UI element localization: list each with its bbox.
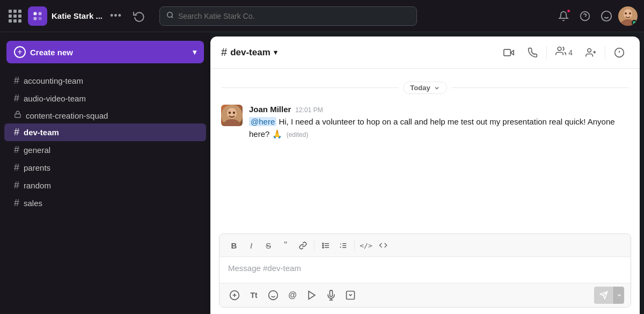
- blockquote-button[interactable]: ": [277, 237, 294, 253]
- send-dropdown-button[interactable]: [613, 287, 624, 304]
- bold-button[interactable]: B: [226, 237, 242, 253]
- channel-name: dev-team: [24, 128, 59, 137]
- emoji-button[interactable]: [265, 287, 282, 304]
- link-button[interactable]: [295, 237, 311, 253]
- sidebar-item-sales[interactable]: #sales: [4, 194, 206, 212]
- svg-point-36: [322, 247, 323, 248]
- svg-point-35: [322, 245, 323, 246]
- message-text: @here Hi, I need a volunteer to hop on a…: [249, 116, 629, 140]
- channel-title: dev-team: [230, 47, 270, 58]
- svg-point-15: [629, 12, 631, 14]
- svg-point-14: [625, 12, 627, 14]
- date-divider: Today: [221, 82, 629, 94]
- sidebar-item-parents[interactable]: #parents: [4, 159, 206, 177]
- channel-name: content-creation-squad: [26, 111, 108, 120]
- channel-dropdown-icon[interactable]: ▾: [274, 48, 277, 56]
- svg-rect-16: [15, 114, 21, 117]
- channel-header-name[interactable]: # dev-team ▾: [221, 46, 277, 59]
- channel-name: sales: [24, 199, 42, 208]
- svg-point-29: [229, 112, 231, 114]
- hash-icon: #: [14, 162, 19, 173]
- svg-rect-3: [39, 17, 42, 20]
- svg-rect-18: [504, 49, 511, 56]
- svg-point-34: [322, 243, 323, 244]
- mention-button[interactable]: @: [284, 287, 301, 304]
- sidebar-item-content-creation-squad[interactable]: content-creation-squad: [4, 107, 206, 123]
- add-member-button[interactable]: [581, 43, 601, 62]
- svg-rect-0: [34, 12, 37, 15]
- chat-panel: # dev-team ▾: [210, 36, 640, 314]
- create-new-button[interactable]: + Create new ▾: [6, 41, 204, 63]
- text-format-button[interactable]: Tt: [245, 287, 262, 304]
- send-button-wrap: [594, 287, 624, 304]
- svg-marker-46: [309, 291, 315, 300]
- hash-icon: #: [14, 127, 19, 138]
- search-bar[interactable]: [159, 6, 417, 26]
- header-divider-2: [605, 46, 605, 59]
- date-label: Today: [410, 84, 430, 92]
- sidebar-item-audio-video-team[interactable]: #audio-video-team: [4, 90, 206, 107]
- channel-list: #accounting-team#audio-video-teamcontent…: [0, 70, 210, 314]
- sidebar-item-accounting-team[interactable]: #accounting-team: [4, 72, 206, 90]
- svg-rect-2: [34, 17, 37, 20]
- hash-icon: #: [14, 198, 19, 209]
- unordered-list-button[interactable]: [318, 237, 334, 253]
- sidebar-item-general[interactable]: #general: [4, 141, 206, 159]
- video-call-button[interactable]: [499, 43, 518, 62]
- svg-point-4: [167, 12, 172, 17]
- sidebar-item-dev-team[interactable]: #dev-team: [4, 123, 206, 141]
- italic-button[interactable]: I: [243, 237, 259, 253]
- audio-button[interactable]: [323, 287, 340, 304]
- help-button[interactable]: [575, 6, 595, 26]
- date-badge[interactable]: Today: [403, 82, 447, 94]
- svg-point-19: [558, 47, 561, 51]
- header-actions: 4: [499, 43, 629, 62]
- workspace-menu-dots[interactable]: •••: [107, 8, 125, 24]
- date-divider-line-left: [221, 87, 399, 88]
- fmt-divider-1: [314, 240, 314, 251]
- code-block-button[interactable]: [375, 237, 391, 253]
- message-content: Joan Miller 12:01 PM @here Hi, I need a …: [249, 105, 629, 140]
- sidebar-item-random[interactable]: #random: [4, 177, 206, 194]
- shortcut-button[interactable]: [342, 287, 359, 304]
- create-new-chevron-icon: ▾: [193, 48, 196, 56]
- notifications-button[interactable]: [554, 6, 573, 26]
- search-input[interactable]: [178, 12, 410, 20]
- history-button[interactable]: [129, 6, 149, 26]
- hash-icon: #: [14, 93, 19, 104]
- header-divider: [546, 46, 547, 59]
- strikethrough-button[interactable]: S: [260, 237, 276, 253]
- notification-badge: [566, 9, 571, 13]
- edited-label: (edited): [287, 131, 309, 138]
- message-time: 12:01 PM: [295, 106, 323, 114]
- channel-info-button[interactable]: [610, 43, 629, 62]
- message-input-field[interactable]: Message #dev-team: [219, 257, 631, 283]
- members-button[interactable]: 4: [551, 43, 577, 61]
- svg-rect-1: [39, 12, 42, 15]
- svg-point-8: [602, 11, 611, 20]
- workspace-name[interactable]: Katie Stark ...: [52, 11, 103, 20]
- code-button[interactable]: </>: [358, 237, 374, 253]
- ordered-list-button[interactable]: [335, 237, 351, 253]
- user-avatar[interactable]: [618, 6, 638, 26]
- chat-header: # dev-team ▾: [210, 36, 640, 69]
- voice-call-button[interactable]: [523, 43, 542, 62]
- at-mention[interactable]: @here: [249, 117, 276, 126]
- avatar-online-status: [632, 20, 637, 25]
- date-divider-line-right: [451, 87, 629, 88]
- svg-point-30: [233, 112, 235, 114]
- bottom-toolbar: Tt @: [219, 283, 631, 307]
- create-new-plus-icon: +: [14, 46, 26, 58]
- gif-button[interactable]: [303, 287, 320, 304]
- create-new-label: Create new: [30, 48, 73, 57]
- svg-line-5: [172, 17, 173, 18]
- message-avatar[interactable]: [221, 105, 243, 126]
- attach-button[interactable]: [226, 287, 243, 304]
- emoji-status-button[interactable]: [597, 6, 616, 26]
- hash-icon: #: [14, 180, 19, 191]
- channel-name: random: [24, 181, 51, 190]
- app-logo[interactable]: [28, 6, 47, 26]
- send-button[interactable]: [594, 287, 613, 304]
- grid-menu-icon[interactable]: [6, 8, 24, 25]
- search-icon: [166, 11, 174, 20]
